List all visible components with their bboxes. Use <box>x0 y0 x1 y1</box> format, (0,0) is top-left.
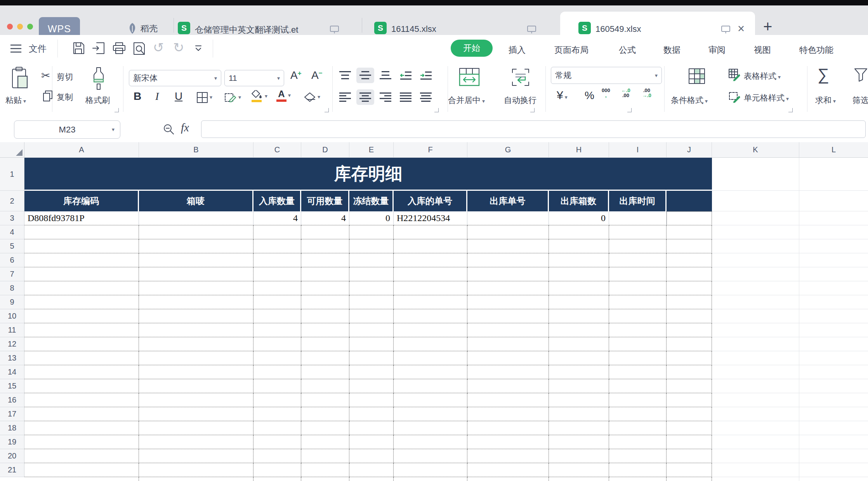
cell-D4[interactable] <box>301 225 349 239</box>
cell-G22[interactable] <box>467 477 549 481</box>
cell-C6[interactable] <box>253 253 301 267</box>
cell-E10[interactable] <box>349 309 394 323</box>
cell-G11[interactable] <box>467 323 549 337</box>
format-painter-button[interactable]: 格式刷 <box>85 95 110 106</box>
cell-J9[interactable] <box>667 295 712 309</box>
cell-A7[interactable] <box>24 267 139 281</box>
number-format-select[interactable]: 常规▾ <box>551 67 662 84</box>
cell-H13[interactable] <box>549 351 609 365</box>
cell-G18[interactable] <box>467 421 549 435</box>
table-header-cell-5[interactable]: 冻结数量 <box>349 191 394 211</box>
cell-D13[interactable] <box>301 351 349 365</box>
cell-B4[interactable] <box>139 225 253 239</box>
cell-B6[interactable] <box>139 253 253 267</box>
cell-H11[interactable] <box>549 323 609 337</box>
cell-G7[interactable] <box>467 267 549 281</box>
table-header-cell-4[interactable]: 可用数量 <box>301 191 349 211</box>
column-header-F[interactable]: F <box>394 142 467 158</box>
file-menu[interactable]: 文件 <box>29 43 47 55</box>
cell-D21[interactable] <box>301 463 349 477</box>
export-icon[interactable] <box>92 41 106 55</box>
font-name-select[interactable]: 新宋体▾ <box>129 70 221 86</box>
eraser-button[interactable]: ▾ <box>304 92 320 103</box>
row-header-17[interactable]: 17 <box>0 407 24 421</box>
cell-D16[interactable] <box>301 393 349 407</box>
cell-H19[interactable] <box>549 435 609 449</box>
row-header-16[interactable]: 16 <box>0 393 24 407</box>
cell-I5[interactable] <box>609 239 667 253</box>
cell-F16[interactable] <box>394 393 467 407</box>
cell-A10[interactable] <box>24 309 139 323</box>
row-header-7[interactable]: 7 <box>0 267 24 281</box>
cell-A8[interactable] <box>24 281 139 295</box>
cell-H17[interactable] <box>549 407 609 421</box>
cell-A6[interactable] <box>24 253 139 267</box>
wrap-text-icon[interactable] <box>511 68 530 87</box>
cell-E9[interactable] <box>349 295 394 309</box>
monitor-icon[interactable] <box>329 25 340 34</box>
cell-A15[interactable] <box>24 379 139 393</box>
increase-indent-button[interactable] <box>417 68 435 83</box>
cell-G17[interactable] <box>467 407 549 421</box>
cell-F15[interactable] <box>394 379 467 393</box>
close-window-button[interactable] <box>7 24 13 30</box>
search-icon[interactable] <box>163 124 175 135</box>
paste-icon[interactable] <box>11 66 29 89</box>
align-middle-button[interactable] <box>356 68 374 83</box>
cell-F5[interactable] <box>394 239 467 253</box>
table-style-icon[interactable] <box>728 68 741 82</box>
column-header-C[interactable]: C <box>253 142 301 158</box>
sum-icon[interactable]: ∑ <box>818 65 829 84</box>
cell-I9[interactable] <box>609 295 667 309</box>
fill-color-button[interactable]: ▾ <box>250 90 267 103</box>
cell-G4[interactable] <box>467 225 549 239</box>
group-expander-icon[interactable] <box>788 108 793 112</box>
cell-B7[interactable] <box>139 267 253 281</box>
filter-icon[interactable] <box>854 68 868 82</box>
cell-style-button[interactable]: 单元格样式▾ <box>744 92 789 103</box>
cell-E17[interactable] <box>349 407 394 421</box>
cell-G10[interactable] <box>467 309 549 323</box>
cell-G14[interactable] <box>467 365 549 379</box>
cell-C11[interactable] <box>253 323 301 337</box>
sum-button[interactable]: 求和▾ <box>815 95 836 106</box>
font-size-select[interactable]: 11▾ <box>224 70 284 86</box>
cell-C7[interactable] <box>253 267 301 281</box>
table-header-cell-10[interactable] <box>667 191 712 211</box>
table-header-cell-8[interactable]: 出库箱数 <box>549 191 609 211</box>
group-expander-icon[interactable] <box>325 108 329 112</box>
cell-I14[interactable] <box>609 365 667 379</box>
cell-D3[interactable]: 4 <box>301 211 349 225</box>
cell-I15[interactable] <box>609 379 667 393</box>
bold-button[interactable]: B <box>134 90 141 103</box>
font-color-button[interactable]: A▾ <box>276 89 291 102</box>
redo-icon[interactable]: ↻ <box>173 40 184 55</box>
align-center-button[interactable] <box>356 89 374 105</box>
row-header-1[interactable]: 1 <box>0 158 24 191</box>
cell-C18[interactable] <box>253 421 301 435</box>
cell-F22[interactable] <box>394 477 467 481</box>
print-icon[interactable] <box>112 41 127 55</box>
cell-B18[interactable] <box>139 421 253 435</box>
table-header-cell-9[interactable]: 出库时间 <box>609 191 667 211</box>
cell-G20[interactable] <box>467 449 549 463</box>
cell-C21[interactable] <box>253 463 301 477</box>
cell-J19[interactable] <box>667 435 712 449</box>
cell-F17[interactable] <box>394 407 467 421</box>
align-right-button[interactable] <box>377 89 394 105</box>
cell-A14[interactable] <box>24 365 139 379</box>
collapse-toolbar-icon[interactable] <box>194 45 203 52</box>
column-header-J[interactable]: J <box>667 142 712 158</box>
cell-E4[interactable] <box>349 225 394 239</box>
cell-B8[interactable] <box>139 281 253 295</box>
row-header-4[interactable]: 4 <box>0 225 24 239</box>
cell-A18[interactable] <box>24 421 139 435</box>
column-header-I[interactable]: I <box>609 142 667 158</box>
cell-B21[interactable] <box>139 463 253 477</box>
cell-C12[interactable] <box>253 337 301 351</box>
group-expander-icon[interactable] <box>434 108 439 112</box>
underline-button[interactable]: U <box>175 90 182 103</box>
docer-tab[interactable]: 稻壳 <box>141 23 158 35</box>
distribute-text-button[interactable] <box>417 89 435 105</box>
cell-E11[interactable] <box>349 323 394 337</box>
